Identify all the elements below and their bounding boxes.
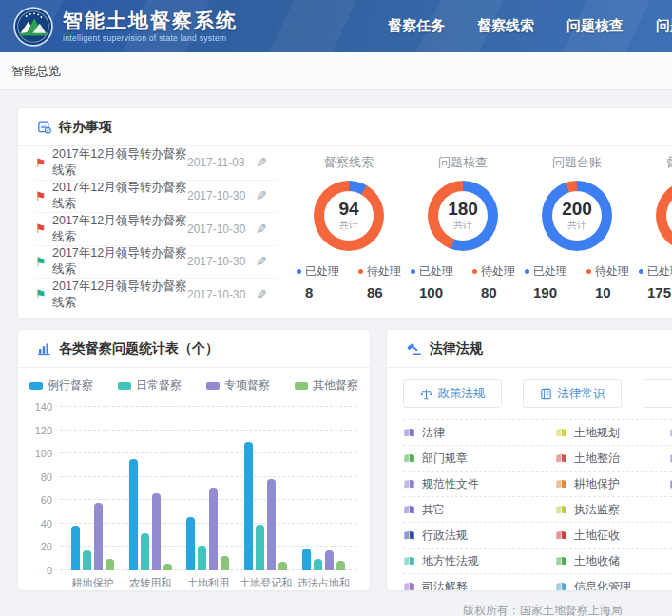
bar-chart-plot: 020406080100120140 [60, 407, 356, 570]
todo-list-item[interactable]: ⚑2017年12月领导转办督察线索2017-11-03✎ [35, 146, 277, 180]
book-icon [403, 452, 415, 465]
bar-其他督察[interactable] [278, 562, 287, 570]
bar-例行督察[interactable] [244, 442, 253, 570]
processed-dot-icon [411, 269, 415, 274]
nav-menu: 督察任务督察线索问题核查问题台账 [388, 0, 672, 52]
law-item[interactable]: 耕地保护 [555, 476, 669, 492]
nav-item-2[interactable]: 督察线索 [477, 17, 534, 35]
bar-专项督察[interactable] [94, 503, 103, 570]
nav-item-4[interactable]: 问题台账 [656, 17, 672, 35]
bar-其他督察[interactable] [336, 561, 345, 570]
bar-日常督察[interactable] [198, 546, 206, 570]
processed-dot-icon [639, 269, 643, 274]
app-logo-icon [13, 7, 53, 47]
donut-total-value: 94 [338, 200, 358, 219]
todo-list-item[interactable]: ⚑2017年12月领导转办督察线索2017-10-30✎ [35, 278, 277, 311]
processed-dot-icon [525, 269, 529, 274]
legend-item[interactable]: 例行督察 [29, 377, 93, 394]
bar-专项督察[interactable] [209, 488, 218, 570]
law-item-label: 信息化管理 [574, 579, 631, 592]
donut-ring: 200共计 [542, 181, 612, 251]
stat-donut-title: 问题台账 [520, 154, 634, 171]
legend-label: 例行督察 [48, 377, 93, 394]
bar-例行督察[interactable] [302, 549, 311, 570]
legal-knowledge-button[interactable]: 法律常识 [523, 379, 622, 408]
donut-legend-pending: 待处理10 [586, 263, 629, 300]
bar-groups [60, 407, 356, 570]
legend-label: 其他督察 [313, 377, 358, 394]
law-item[interactable]: 部门规章 [403, 451, 555, 467]
stat-donut-title: 督察线索 [292, 154, 406, 171]
donut-legend-label: 待处理 [358, 263, 401, 279]
donut-legend-processed: 已处理190 [525, 263, 567, 300]
bar-例行督察[interactable] [71, 526, 80, 570]
bar-例行督察[interactable] [186, 517, 195, 571]
law-item[interactable]: 执法监察 [555, 502, 669, 518]
bar-日常督察[interactable] [83, 550, 91, 570]
policy-regulations-button[interactable]: 政策法规 [403, 379, 502, 408]
donut-legend: 已处理190待处理10 [520, 263, 634, 300]
todo-item-text: 2017年12月领导转办督察线索 [52, 279, 187, 311]
bar-其他督察[interactable] [106, 559, 114, 570]
legend-item[interactable]: 其他督察 [295, 377, 358, 394]
second-row: 各类督察问题统计表（个） 例行督察日常督察专项督察其他督察 0204060801… [17, 329, 672, 591]
donut-legend: 已处理8待处理86 [292, 263, 406, 300]
law-item[interactable]: 行政法规 [403, 528, 555, 544]
law-item[interactable]: 土地征收 [555, 528, 669, 544]
law-item[interactable]: 土地收储 [555, 553, 669, 569]
edit-pencil-icon[interactable]: ✎ [256, 155, 277, 170]
todo-list-item[interactable]: ⚑2017年12月领导转办督察线索2017-10-30✎ [35, 180, 277, 213]
law-item-label: 行政法规 [422, 528, 468, 544]
legend-item[interactable]: 专项督察 [206, 377, 270, 394]
donut-center: 180共计 [438, 191, 488, 241]
bar-chart-title: 各类督察问题统计表（个） [59, 340, 219, 357]
law-item[interactable]: 法律 [403, 425, 555, 441]
bar-专项督察[interactable] [267, 479, 276, 570]
law-item[interactable]: 司法解释 [403, 579, 555, 592]
donut-total-value: 200 [562, 200, 592, 219]
law-item[interactable]: 土地整治 [555, 451, 669, 467]
law-item[interactable]: 地方性法规 [403, 553, 555, 569]
bar-专项督察[interactable] [325, 550, 334, 570]
flag-icon: ⚑ [35, 287, 52, 301]
bar-专项督察[interactable] [152, 493, 161, 570]
donut-ring: 94共计 [314, 181, 384, 251]
legend-swatch [206, 382, 220, 390]
donut-legend-value: 175 [639, 284, 672, 300]
law-item[interactable]: 信息化管理 [555, 579, 669, 592]
bar-例行督察[interactable] [129, 459, 138, 570]
book-icon [555, 478, 567, 491]
edit-pencil-icon[interactable]: ✎ [256, 188, 277, 203]
law-panel-body: 政策法规 法律常识 [387, 368, 672, 591]
donut-legend-processed: 已处理175 [639, 263, 672, 300]
book-icon [403, 581, 415, 592]
bar-其他督察[interactable] [221, 556, 229, 570]
stat-donut-title: 督察任务 [634, 154, 672, 171]
nav-item-3[interactable]: 问题核查 [566, 17, 624, 35]
legend-swatch [29, 382, 43, 390]
bar-日常督察[interactable] [314, 559, 322, 570]
todo-list-item[interactable]: ⚑2017年12月领导转办督察线索2017-10-30✎ [35, 245, 277, 279]
bar-group [244, 407, 287, 570]
donut-ring: 共计 [656, 181, 672, 251]
edit-pencil-icon[interactable]: ✎ [256, 254, 277, 269]
donut-legend-label: 已处理 [411, 263, 453, 279]
edit-pencil-icon[interactable]: ✎ [256, 221, 277, 237]
bar-chart-categories: 耕地保护农转用和土地征收土地利用土地登记和抵押融资违法占地和土地执法 [60, 576, 356, 591]
bar-日常督察[interactable] [141, 533, 149, 570]
book-icon [403, 581, 415, 592]
law-item[interactable]: 其它 [403, 502, 555, 518]
bar-其他督察[interactable] [163, 564, 172, 570]
law-extra-button[interactable] [643, 379, 672, 408]
book-icon [403, 478, 415, 491]
donut-center: 共计 [666, 191, 672, 241]
law-item[interactable]: 土地规划 [555, 425, 669, 441]
todo-item-date: 2017-10-30 [187, 288, 256, 301]
edit-pencil-icon[interactable]: ✎ [256, 287, 277, 302]
law-item[interactable]: 规范性文件 [403, 476, 555, 492]
legend-item[interactable]: 日常督察 [118, 377, 182, 394]
x-axis-category-label: 耕地保护 [64, 576, 122, 591]
todo-list-item[interactable]: ⚑2017年12月领导转办督察线索2017-10-30✎ [35, 212, 277, 245]
nav-item-1[interactable]: 督察任务 [388, 17, 445, 35]
bar-日常督察[interactable] [256, 525, 264, 570]
